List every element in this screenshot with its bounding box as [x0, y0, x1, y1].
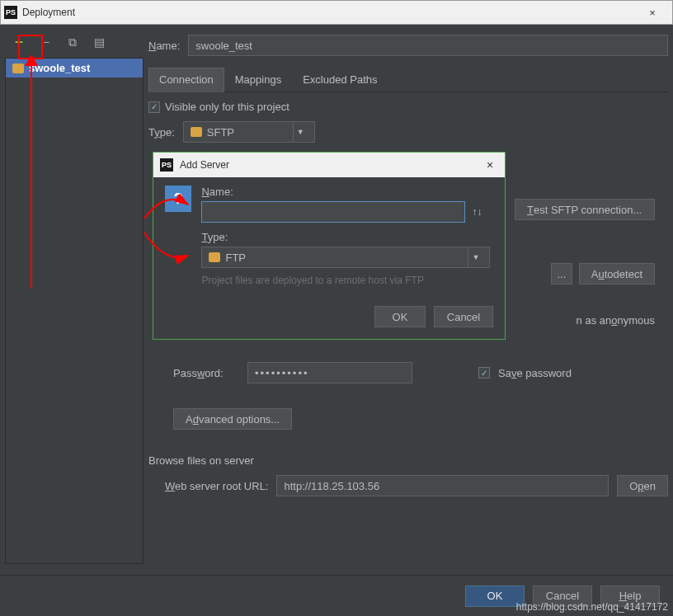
- name-input[interactable]: [188, 35, 668, 56]
- open-url-button[interactable]: Open: [617, 475, 668, 496]
- default-server-button[interactable]: ▤: [89, 32, 109, 52]
- tab-mappings[interactable]: Mappings: [224, 68, 292, 92]
- folder-icon: [209, 252, 220, 262]
- server-list: swoole_test: [5, 58, 144, 564]
- modal-type-label: Type:: [201, 231, 490, 243]
- modal-app-icon: PS: [160, 158, 173, 172]
- modal-cancel-button[interactable]: Cancel: [434, 306, 493, 327]
- sidebar: + − ⧉ ▤ swoole_test: [5, 30, 144, 564]
- modal-hint: Project files are deployed to a remote h…: [201, 275, 490, 286]
- modal-ok-button[interactable]: OK: [374, 306, 426, 327]
- type-row: Type: SFTP ▼: [148, 121, 668, 143]
- modal-close-button[interactable]: ×: [482, 158, 498, 172]
- modal-type-value: FTP: [225, 252, 463, 264]
- type-value: SFTP: [207, 126, 288, 139]
- weburl-row: Web server root URL: Open: [148, 475, 668, 496]
- visible-label: Visible only for this project: [165, 101, 289, 113]
- window-titlebar: PS Deployment ×: [0, 0, 673, 25]
- weburl-input[interactable]: [276, 475, 609, 496]
- tabs: Connection Mappings Excluded Paths: [148, 68, 668, 92]
- window-close-button[interactable]: ×: [636, 1, 669, 24]
- save-password-label: Save password: [498, 367, 572, 379]
- name-label: Name:: [148, 40, 180, 52]
- modal-name-label: Name:: [201, 186, 490, 198]
- name-row: Name:: [148, 35, 668, 56]
- server-folder-icon: [12, 63, 24, 73]
- save-password-checkbox[interactable]: ✓: [478, 367, 490, 379]
- type-dropdown[interactable]: SFTP ▼: [183, 121, 315, 143]
- window-title: Deployment: [22, 7, 636, 18]
- add-server-button[interactable]: +: [8, 31, 30, 53]
- modal-name-input[interactable]: [201, 201, 465, 223]
- browse-button[interactable]: ...: [551, 263, 572, 284]
- server-toolbar: + − ⧉ ▤: [5, 30, 144, 54]
- server-item-swoole[interactable]: swoole_test: [6, 59, 143, 78]
- folder-icon: [191, 127, 202, 137]
- type-label: Type:: [148, 126, 175, 139]
- add-server-dialog: PS Add Server × ? Name: ↑↓ Type: FTP ▼ P…: [153, 152, 506, 340]
- chevron-down-icon: ▼: [293, 122, 308, 142]
- modal-type-dropdown[interactable]: FTP ▼: [201, 247, 490, 268]
- copy-server-button[interactable]: ⧉: [63, 32, 82, 52]
- sort-icon[interactable]: ↑↓: [472, 206, 482, 218]
- password-label: Password:: [173, 367, 239, 379]
- modal-titlebar: PS Add Server ×: [153, 153, 505, 177]
- remove-server-button[interactable]: −: [36, 32, 56, 52]
- test-connection-button[interactable]: Test SFTP connection...: [515, 199, 655, 220]
- autodetect-button[interactable]: Autodetect: [579, 263, 655, 284]
- password-row: Password: ✓ Save password: [148, 362, 668, 383]
- watermark: https://blog.csdn.net/qq_41417172: [516, 601, 668, 613]
- server-item-label: swoole_test: [29, 62, 90, 74]
- modal-form: Name: ↑↓ Type: FTP ▼ Project files are d…: [201, 186, 490, 286]
- advanced-options-button[interactable]: Advanced options...: [173, 408, 292, 430]
- browse-section-label: Browse files on server: [148, 454, 668, 467]
- info-icon: ?: [165, 186, 191, 212]
- modal-footer: OK Cancel: [165, 306, 493, 327]
- password-input[interactable]: [247, 362, 412, 383]
- chevron-down-icon: ▼: [468, 247, 482, 267]
- app-icon: PS: [4, 6, 17, 19]
- visible-checkbox-row[interactable]: ✓ Visible only for this project: [148, 101, 668, 113]
- visible-checkbox[interactable]: ✓: [148, 101, 160, 113]
- tab-connection[interactable]: Connection: [148, 68, 224, 92]
- weburl-label: Web server root URL:: [165, 480, 268, 492]
- modal-body: ? Name: ↑↓ Type: FTP ▼ Project files are…: [153, 177, 505, 339]
- tab-excluded[interactable]: Excluded Paths: [292, 68, 388, 92]
- modal-title: Add Server: [180, 159, 482, 171]
